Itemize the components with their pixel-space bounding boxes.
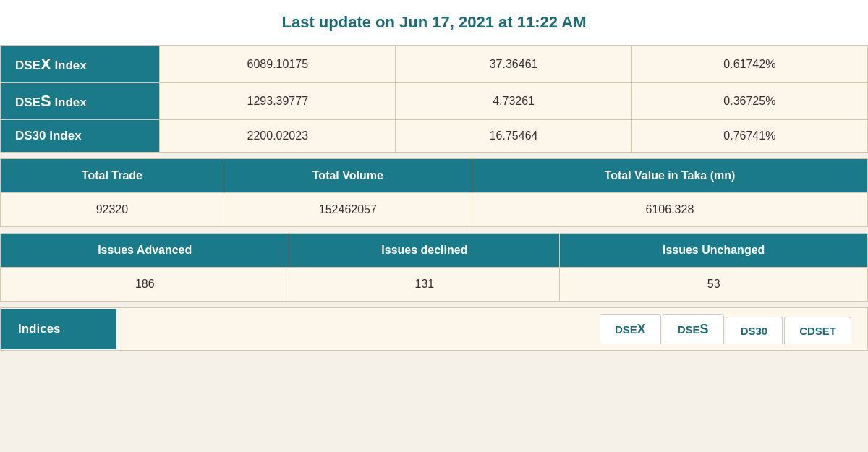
indices-footer: Indices DSEX DSES DS30 CDSET [0, 307, 868, 351]
stats-header-total-value: Total Value in Taka (mn) [472, 159, 867, 193]
issues-table: Issues Advanced Issues declined Issues U… [0, 233, 868, 302]
dsex-value: 6089.10175 [160, 46, 396, 83]
indices-label: Indices [1, 309, 116, 349]
indices-label-text: Indices [18, 322, 61, 336]
issues-section: Issues Advanced Issues declined Issues U… [0, 233, 868, 302]
dsex-percent: 0.61742% [631, 46, 867, 83]
issues-unchanged-header: Issues Unchanged [560, 234, 868, 268]
index-label-dses: DSES Index [1, 83, 160, 120]
ds30-change: 16.75464 [396, 120, 631, 153]
ds30-percent: 0.76741% [631, 120, 867, 153]
stats-header-row: Total Trade Total Volume Total Value in … [1, 159, 868, 193]
issues-declined-value: 131 [289, 268, 560, 302]
last-update-header: Last update on Jun 17, 2021 at 11:22 AM [0, 0, 868, 46]
index-label-dsex: DSEX Index [1, 46, 160, 83]
header-text: Last update on Jun 17, 2021 at 11:22 AM [282, 13, 587, 31]
total-value-taka: 6106.328 [472, 193, 867, 227]
stats-table: Total Trade Total Volume Total Value in … [0, 158, 868, 227]
stats-header-total-volume: Total Volume [224, 159, 472, 193]
issues-data-row: 186 131 53 [1, 268, 868, 302]
index-row-ds30: DS30 Index 2200.02023 16.75464 0.76741% [1, 120, 868, 153]
issues-declined-header: Issues declined [289, 234, 560, 268]
stats-section: Total Trade Total Volume Total Value in … [0, 158, 868, 227]
index-table: DSEX Index 6089.10175 37.36461 0.61742% … [0, 46, 868, 153]
tab-cdset-label: CDSET [799, 325, 836, 337]
ds30-value: 2200.02023 [160, 120, 396, 153]
stats-data-row: 92320 152462057 6106.328 [1, 193, 868, 227]
dsex-change: 37.36461 [396, 46, 631, 83]
tab-ds30[interactable]: DS30 [726, 317, 783, 344]
total-trade-value: 92320 [1, 193, 224, 227]
stats-header-total-trade: Total Trade [1, 159, 224, 193]
issues-advanced-value: 186 [1, 268, 289, 302]
tab-dses[interactable]: DSES [663, 314, 724, 344]
tab-cdset[interactable]: CDSET [784, 317, 851, 344]
issues-header-row: Issues Advanced Issues declined Issues U… [1, 234, 868, 268]
dses-percent: 0.36725% [631, 83, 867, 120]
tab-dsex[interactable]: DSEX [600, 314, 661, 344]
issues-unchanged-value: 53 [560, 268, 868, 302]
index-row-dsex: DSEX Index 6089.10175 37.36461 0.61742% [1, 46, 868, 83]
index-label-ds30: DS30 Index [1, 120, 160, 153]
indices-tabs: DSEX DSES DS30 CDSET [585, 314, 867, 344]
main-container: Last update on Jun 17, 2021 at 11:22 AM … [0, 0, 868, 351]
tab-ds30-label: DS30 [741, 325, 768, 337]
dses-change: 4.73261 [396, 83, 631, 120]
index-row-dses: DSES Index 1293.39777 4.73261 0.36725% [1, 83, 868, 120]
issues-advanced-header: Issues Advanced [1, 234, 289, 268]
dses-value: 1293.39777 [160, 83, 396, 120]
total-volume-value: 152462057 [224, 193, 472, 227]
